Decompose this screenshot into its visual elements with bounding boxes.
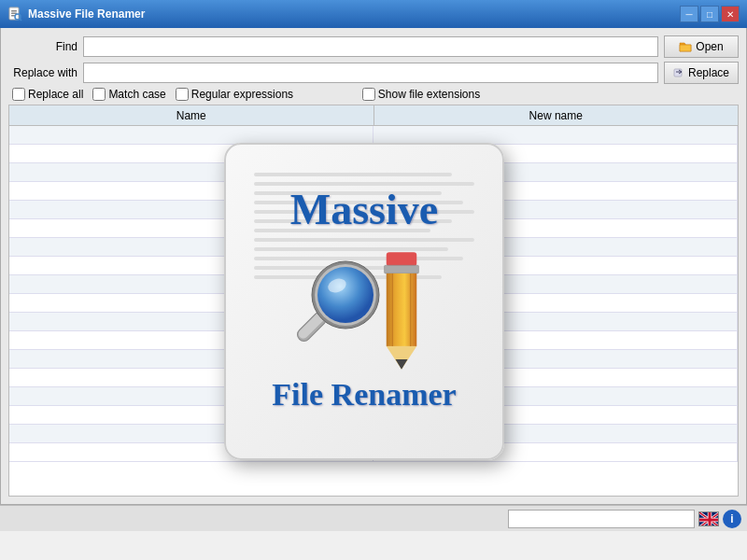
replace-icon [673,67,684,78]
match-case-checkbox-label[interactable]: Match case [92,88,165,101]
regex-checkbox-label[interactable]: Regular expressions [176,88,293,101]
svg-point-11 [317,267,374,323]
main-area: Find Open Replace with Replace Replace a… [0,28,747,505]
statusbar: i [0,505,747,531]
replace-with-row: Replace with Replace [8,62,739,84]
replace-all-checkbox-label[interactable]: Replace all [12,88,83,101]
options-row: Replace all Match case Regular expressio… [8,88,739,101]
replace-all-checkbox[interactable] [12,88,25,101]
find-input[interactable] [83,36,658,57]
folder-icon [679,41,692,52]
svg-rect-14 [385,265,419,273]
logo-icons [285,231,444,371]
magnifying-glass-icon [285,250,388,353]
show-ext-checkbox[interactable] [362,88,375,101]
replace-button[interactable]: Replace [664,62,739,84]
file-table: Name New name [8,105,739,497]
logo-bottom-text: File Renamer [272,376,456,414]
name-column-header: Name [9,105,374,125]
svg-marker-19 [396,359,408,370]
info-icon[interactable]: i [723,510,741,528]
show-ext-checkbox-label[interactable]: Show file extensions [362,88,480,101]
maximize-button[interactable]: □ [700,6,719,22]
replace-with-label: Replace with [8,66,83,79]
window-controls[interactable]: ─ □ ✕ [680,6,740,22]
logo-card: Massive [224,143,504,460]
table-body: Massive [9,126,738,496]
svg-rect-1 [11,10,17,12]
svg-line-5 [20,19,21,21]
minimize-button[interactable]: ─ [680,6,698,22]
window-title: Massive File Renamer [28,7,680,21]
find-label: Find [8,40,83,53]
open-button[interactable]: Open [664,35,739,58]
svg-rect-15 [387,273,417,346]
logo-top-text: Massive [290,189,438,231]
regex-checkbox[interactable] [176,88,189,101]
svg-rect-13 [387,252,417,266]
table-header: Name New name [9,105,738,126]
match-case-checkbox[interactable] [92,88,106,101]
table-row [9,126,738,145]
new-name-column-header: New name [374,105,739,125]
logo-overlay: Massive [224,143,523,479]
app-icon [7,7,22,21]
status-search-input[interactable] [508,510,695,528]
find-row: Find Open [8,35,739,58]
replace-with-input[interactable] [83,63,658,83]
flag-icon[interactable] [698,511,719,526]
close-button[interactable]: ✕ [721,6,740,22]
titlebar: Massive File Renamer ─ □ ✕ [0,0,747,28]
